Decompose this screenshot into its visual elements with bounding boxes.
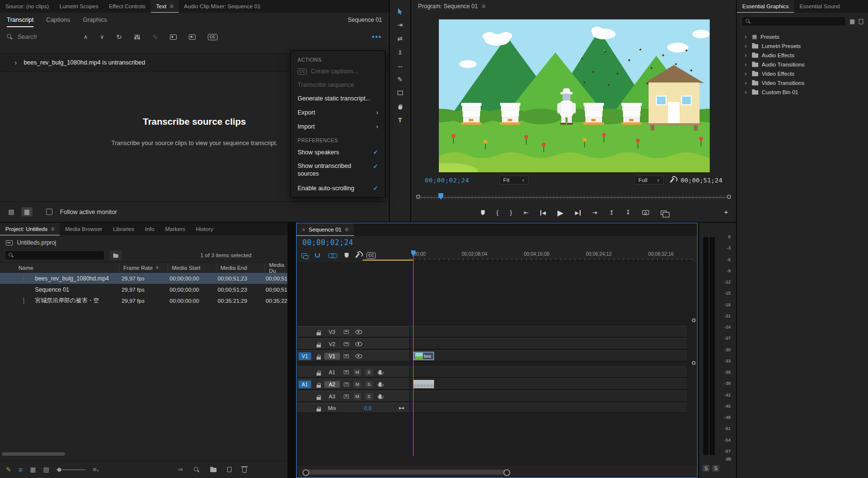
- hand-tool[interactable]: [394, 102, 406, 111]
- solo-left-button[interactable]: S: [702, 465, 710, 472]
- razor-tool[interactable]: ✂: [394, 48, 406, 57]
- delete-icon[interactable]: [242, 468, 247, 473]
- solo-right-button[interactable]: S: [712, 465, 719, 472]
- sync-lock-icon[interactable]: [344, 382, 349, 386]
- menu-item-generate-static-transcript[interactable]: Generate static transcript...: [291, 92, 385, 105]
- search-bin-button[interactable]: [109, 250, 122, 260]
- track-height-handle-bottom[interactable]: [692, 361, 696, 365]
- mute-button[interactable]: M: [353, 381, 361, 388]
- video-clip-bees[interactable]: bee: [414, 352, 434, 360]
- panel-menu-icon[interactable]: ≡: [482, 3, 485, 10]
- crossfade-icon[interactable]: ▶◀: [399, 406, 403, 410]
- track-name[interactable]: V3: [324, 329, 340, 335]
- captions-icon[interactable]: CC: [208, 34, 217, 40]
- project-search-box[interactable]: [5, 250, 104, 260]
- expand-chevron-icon[interactable]: ›: [15, 59, 17, 66]
- lock-icon[interactable]: [317, 357, 321, 360]
- source-patch-v1[interactable]: V1: [299, 352, 311, 360]
- lock-icon[interactable]: [317, 397, 321, 400]
- menu-item-transcribe-sequence[interactable]: Transcribe sequence: [291, 78, 385, 92]
- track-name[interactable]: V1: [324, 353, 340, 360]
- track-lane-a2[interactable]: [410, 379, 687, 390]
- voiceover-record-mic-icon[interactable]: [379, 394, 382, 398]
- playhead-line[interactable]: [413, 255, 414, 456]
- go-to-in-icon[interactable]: ⇤: [524, 209, 529, 216]
- project-search-input[interactable]: [17, 252, 101, 259]
- graphics-search-box[interactable]: [742, 16, 846, 26]
- chevron-right-icon[interactable]: ›: [745, 33, 749, 40]
- column-header-media-duration[interactable]: Media Du: [269, 262, 287, 274]
- timeline-current-timecode[interactable]: 00;00;02;24: [302, 238, 353, 247]
- menu-item-show-speakers[interactable]: Show speakers✓: [291, 145, 385, 159]
- sync-lock-icon[interactable]: [344, 354, 349, 358]
- voiceover-record-mic-icon[interactable]: [379, 382, 382, 386]
- lock-icon[interactable]: [317, 409, 321, 412]
- new-item-icon[interactable]: [227, 467, 232, 472]
- new-bin-icon[interactable]: [210, 468, 217, 472]
- tree-item-video-effects[interactable]: ›Video Effects: [737, 69, 868, 78]
- tab-captions[interactable]: Captions: [46, 13, 70, 27]
- timeline-horizontal-scrollbar[interactable]: [303, 470, 509, 475]
- track-height-handle-top[interactable]: [692, 318, 696, 322]
- track-visibility-eye-icon[interactable]: [355, 354, 362, 358]
- step-back-icon[interactable]: ◀: [540, 210, 546, 215]
- export-frame-icon[interactable]: [642, 210, 649, 215]
- captions-icon[interactable]: CC: [367, 252, 376, 259]
- lock-icon[interactable]: [317, 332, 321, 335]
- track-lane-v1[interactable]: [410, 350, 687, 362]
- linked-selection-icon[interactable]: [328, 253, 336, 258]
- chevron-right-icon[interactable]: ›: [745, 43, 749, 49]
- rectangle-tool[interactable]: [394, 88, 406, 98]
- column-header-name[interactable]: Name: [18, 265, 33, 271]
- menu-item-create-captions[interactable]: CC Create captions...: [291, 65, 385, 78]
- tree-item-audio-effects[interactable]: ›Audio Effects: [737, 50, 868, 60]
- column-header-media-end[interactable]: Media End: [220, 265, 247, 271]
- lock-icon[interactable]: [317, 373, 321, 376]
- mix-gain-value[interactable]: 0,0: [364, 405, 371, 411]
- add-marker-icon[interactable]: [345, 253, 349, 258]
- slip-tool[interactable]: ↔: [394, 61, 406, 70]
- mark-in-icon[interactable]: {: [497, 209, 499, 216]
- retranscribe-icon[interactable]: ↻: [117, 33, 122, 41]
- list-view-icon[interactable]: ≡: [18, 465, 23, 474]
- tab-effect-controls[interactable]: Effect Controls: [103, 0, 150, 13]
- new-item-icon[interactable]: [859, 19, 863, 24]
- zoom-level-dropdown[interactable]: Fit∨: [500, 176, 529, 184]
- scrubber-track[interactable]: [421, 197, 726, 198]
- solo-button[interactable]: S: [365, 381, 373, 388]
- table-row[interactable]: bees_rev_bulg_1080hd.mp4 29,97 fps 00;00…: [0, 273, 287, 284]
- track-lane-v2[interactable]: [410, 338, 687, 349]
- column-header-frame-rate[interactable]: Frame Rate: [123, 265, 153, 271]
- track-lane-mix[interactable]: [410, 403, 687, 413]
- project-writable-pencil-icon[interactable]: ✎: [6, 466, 11, 473]
- track-header-a1[interactable]: A1 M S: [297, 366, 410, 378]
- track-lane-a1[interactable]: [410, 366, 687, 378]
- follow-active-monitor-checkbox[interactable]: [46, 209, 52, 215]
- tab-sequence-01[interactable]: × Sequence 01 ≡: [297, 223, 354, 236]
- sync-lock-icon[interactable]: [344, 395, 349, 398]
- step-forward-icon[interactable]: ▶: [575, 210, 581, 215]
- track-header-v2[interactable]: V2: [297, 338, 410, 349]
- tab-libraries[interactable]: Libraries: [108, 223, 140, 235]
- panel-menu-icon[interactable]: ≡: [170, 3, 173, 10]
- project-file-row[interactable]: Untitleds.prproj: [0, 235, 287, 248]
- tab-project[interactable]: Project: Untitleds≡: [0, 223, 60, 235]
- track-name[interactable]: A3: [324, 394, 340, 399]
- audio-clip-bees[interactable]: [414, 380, 434, 388]
- freeform-view-icon[interactable]: ▤: [43, 466, 49, 473]
- track-header-a3[interactable]: A3 M S: [297, 391, 410, 402]
- view-mode-blocks-icon[interactable]: ▦: [21, 207, 32, 216]
- tab-audio-clip-mixer[interactable]: Audio Clip Mixer: Sequence 01: [179, 0, 266, 13]
- voiceover-record-mic-icon[interactable]: [379, 370, 382, 374]
- solo-button[interactable]: S: [365, 393, 373, 400]
- time-ruler[interactable]: ;00;00 00;02;08;04 00;04;16;08 00;06;24;…: [410, 250, 692, 261]
- panel-menu-icon[interactable]: ≡: [51, 226, 54, 232]
- chevron-right-icon[interactable]: ›: [745, 80, 749, 86]
- playback-resolution-dropdown[interactable]: Full∨: [634, 176, 664, 184]
- column-header-media-start[interactable]: Media Start: [172, 265, 200, 271]
- track-visibility-eye-icon[interactable]: [355, 330, 362, 334]
- tab-graphics[interactable]: Graphics: [83, 13, 107, 27]
- chevron-right-icon[interactable]: ›: [745, 52, 749, 59]
- caption-block-icon[interactable]: [189, 34, 196, 40]
- search-next-icon[interactable]: ∨: [100, 33, 104, 40]
